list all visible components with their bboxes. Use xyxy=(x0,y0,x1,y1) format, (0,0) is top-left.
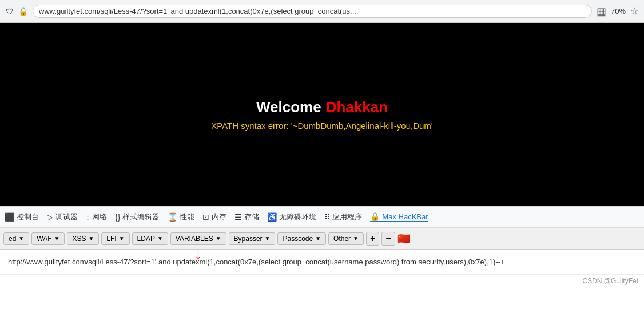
hackbar-variables-btn[interactable]: VARIABLES ▼ xyxy=(170,232,226,245)
memory-label: 内存 xyxy=(212,212,226,222)
browser-chrome: 🛡 🔒 www.guiltyfet.com/sqli/Less-47/?sort… xyxy=(0,0,644,23)
devtools-bar: ⬛ 控制台 ▷ 调试器 ↕ 网络 {} 样式编辑器 ⌛ 性能 ⊡ 内存 ☰ 存储… xyxy=(0,206,644,228)
ldap-arrow: ▼ xyxy=(157,235,163,242)
devtools-network[interactable]: ↕ 网络 xyxy=(86,212,107,222)
devtools-application[interactable]: ⠿ 应用程序 xyxy=(324,212,362,222)
shield-icon: 🛡 xyxy=(6,7,14,16)
other-arrow: ▼ xyxy=(353,235,359,242)
hackbar-lock-icon: 🔒 xyxy=(370,212,380,221)
debugger-icon: ▷ xyxy=(47,212,53,222)
memory-icon: ⊡ xyxy=(202,212,209,222)
accessibility-icon: ♿ xyxy=(267,212,277,222)
performance-label: 性能 xyxy=(180,212,194,222)
devtools-debugger[interactable]: ▷ 调试器 xyxy=(47,212,78,222)
bypasser-arrow: ▼ xyxy=(265,235,271,242)
waf-label: WAF xyxy=(37,235,51,243)
hackbar-load-btn[interactable]: ed ▼ xyxy=(3,232,29,245)
hackbar-passcode-btn[interactable]: Passcode ▼ xyxy=(277,232,326,245)
variables-label: VARIABLES xyxy=(176,235,213,243)
hackbar-ldap-btn[interactable]: LDAP ▼ xyxy=(132,232,168,245)
network-label: 网络 xyxy=(92,212,107,222)
credit-text: CSDN @GuiltyFet xyxy=(582,277,638,285)
main-content: WelcomeDhakkan XPATH syntax error: '~Dum… xyxy=(0,23,644,206)
url-input-area[interactable]: http://www.guiltyfet.com/sqli/Less-47/?s… xyxy=(0,250,644,275)
hackbar-xss-btn[interactable]: XSS ▼ xyxy=(67,232,99,245)
devtools-accessibility[interactable]: ♿ 无障碍环境 xyxy=(267,212,316,222)
debugger-label: 调试器 xyxy=(55,212,78,222)
welcome-heading: WelcomeDhakkan xyxy=(256,98,388,116)
url-text: http://www.guiltyfet.com/sqli/Less-47/?s… xyxy=(8,258,505,266)
accessibility-label: 无障碍环境 xyxy=(279,212,316,222)
flag-cn-icon[interactable]: 🇨🇳 xyxy=(397,232,410,245)
lfi-label: LFI xyxy=(106,235,116,243)
hackbar-sub-btn[interactable]: − xyxy=(381,232,395,246)
devtools-storage[interactable]: ☰ 存储 xyxy=(234,212,259,222)
bypasser-label: Bypasser xyxy=(234,235,263,243)
address-bar[interactable]: www.guiltyfet.com/sqli/Less-47/?sort=1' … xyxy=(33,5,592,18)
console-label: 控制台 xyxy=(17,212,39,222)
lock-icon: 🔒 xyxy=(18,7,28,16)
xss-label: XSS xyxy=(72,235,86,243)
xpath-error: XPATH syntax error: '~DumbDumb,Angelinal… xyxy=(211,121,432,131)
devtools-memory[interactable]: ⊡ 内存 xyxy=(202,212,226,222)
variables-arrow: ▼ xyxy=(216,235,221,242)
other-label: Other xyxy=(333,235,351,243)
performance-icon: ⌛ xyxy=(168,212,177,222)
hackbar-waf-btn[interactable]: WAF ▼ xyxy=(31,232,65,245)
devtools-console[interactable]: ⬛ 控制台 xyxy=(5,212,39,222)
load-label: ed xyxy=(9,235,16,243)
storage-label: 存储 xyxy=(244,212,259,222)
style-editor-label: 样式编辑器 xyxy=(122,212,160,222)
hackbar-add-btn[interactable]: + xyxy=(366,232,379,246)
devtools-hackbar[interactable]: 🔒 Max HacKBar xyxy=(370,212,428,222)
hackbar-lfi-btn[interactable]: LFI ▼ xyxy=(101,232,129,245)
qr-icon: ▦ xyxy=(597,5,606,18)
application-label: 应用程序 xyxy=(332,212,362,222)
ldap-label: LDAP xyxy=(137,235,155,243)
devtools-performance[interactable]: ⌛ 性能 xyxy=(168,212,194,222)
passcode-label: Passcode xyxy=(283,235,313,243)
hackbar-label: Max HacKBar xyxy=(382,212,428,221)
console-icon: ⬛ xyxy=(5,212,14,222)
storage-icon: ☰ xyxy=(234,212,242,222)
waf-arrow: ▼ xyxy=(54,235,59,242)
devtools-style-editor[interactable]: {} 样式编辑器 xyxy=(115,212,160,222)
network-icon: ↕ xyxy=(86,212,90,222)
footer: CSDN @GuiltyFet xyxy=(0,275,644,287)
hackbar-toolbar: ed ▼ WAF ▼ XSS ▼ LFI ▼ LDAP ▼ VARIABLES … xyxy=(0,228,644,250)
zoom-level: 70% xyxy=(611,7,626,15)
dhakkan-label: Dhakkan xyxy=(326,98,388,116)
xss-arrow: ▼ xyxy=(88,235,94,242)
hackbar-other-btn[interactable]: Other ▼ xyxy=(328,232,364,245)
welcome-label: Welcome xyxy=(256,98,321,116)
star-icon[interactable]: ☆ xyxy=(630,6,638,17)
application-icon: ⠿ xyxy=(324,212,330,222)
load-arrow: ▼ xyxy=(18,235,24,242)
lfi-arrow: ▼ xyxy=(119,235,125,242)
style-editor-icon: {} xyxy=(115,212,120,222)
passcode-arrow: ▼ xyxy=(315,235,321,242)
hackbar-bypasser-btn[interactable]: Bypasser ▼ xyxy=(229,232,276,245)
